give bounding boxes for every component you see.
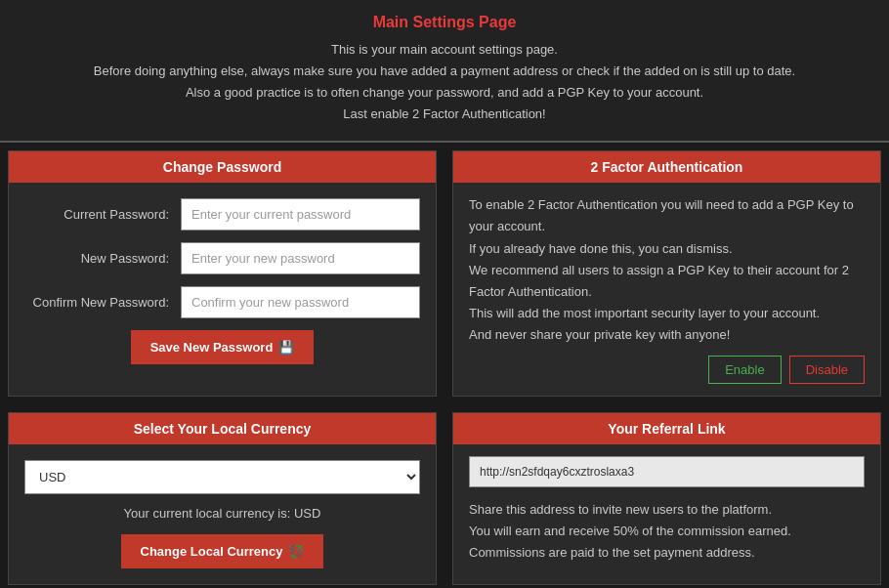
header-section: Main Settings Page This is your main acc… [0, 0, 889, 143]
confirm-password-row: Confirm New Password: [24, 286, 420, 318]
save-password-btn-container: Save New Password 💾 [24, 330, 420, 364]
referral-line1: Share this address to invite new users t… [469, 499, 865, 521]
twofa-panel: 2 Factor Authentication To enable 2 Fact… [452, 150, 881, 397]
change-password-header: Change Password [9, 151, 436, 183]
header-line1: This is your main account settings page. [20, 39, 869, 61]
currency-panel: Select Your Local Currency USD EUR GBP B… [8, 412, 437, 585]
new-password-row: New Password: [24, 242, 420, 274]
twofa-line1: To enable 2 Factor Authentication you wi… [469, 194, 865, 237]
new-password-input[interactable] [181, 242, 420, 274]
current-password-input[interactable] [181, 198, 420, 231]
change-password-body: Current Password: New Password: Confirm … [9, 183, 436, 380]
twofa-disable-button[interactable]: Disable [789, 356, 865, 384]
referral-panel: Your Referral Link Share this address to… [452, 412, 881, 585]
header-line3: Also a good practice is to often change … [20, 82, 869, 104]
new-password-label: New Password: [24, 251, 181, 266]
confirm-password-input[interactable] [181, 286, 420, 318]
referral-link-input[interactable] [469, 456, 865, 487]
referral-line3: Commissions are paid to the set payment … [469, 542, 865, 564]
current-password-row: Current Password: [24, 198, 420, 231]
current-password-label: Current Password: [24, 207, 181, 222]
twofa-header: 2 Factor Authentication [453, 151, 880, 183]
twofa-enable-button[interactable]: Enable [708, 356, 781, 384]
currency-header: Select Your Local Currency [9, 413, 436, 444]
currency-info-prefix: Your current local currency is: [124, 506, 294, 521]
header-line2: Before doing anything else, always make … [20, 61, 869, 82]
twofa-line4: This will add the most important securit… [469, 303, 865, 324]
change-currency-label: Change Local Currency [141, 544, 283, 559]
change-password-panel: Change Password Current Password: New Pa… [8, 150, 437, 397]
confirm-password-label: Confirm New Password: [24, 295, 181, 310]
main-grid: Change Password Current Password: New Pa… [0, 143, 889, 588]
save-icon: 💾 [278, 340, 294, 355]
save-password-label: Save New Password [150, 340, 274, 355]
change-currency-btn-container: Change Local Currency 💱 [24, 534, 420, 568]
currency-body: USD EUR GBP BTC ETH Your current local c… [9, 444, 436, 584]
referral-header: Your Referral Link [453, 413, 880, 444]
currency-info-value: USD [294, 506, 320, 521]
referral-line2: You will earn and receive 50% of the com… [469, 521, 865, 542]
twofa-line5: And never share your private key with an… [469, 324, 865, 346]
header-line4: Last enable 2 Factor Authentication! [20, 104, 869, 125]
save-password-button[interactable]: Save New Password 💾 [131, 330, 315, 364]
header-desc: This is your main account settings page.… [20, 39, 869, 125]
currency-icon: 💱 [288, 544, 304, 559]
page-title: Main Settings Page [20, 14, 869, 31]
twofa-btn-row: Enable Disable [469, 356, 865, 384]
twofa-line3: We recommend all users to assign a PGP K… [469, 260, 865, 303]
currency-select[interactable]: USD EUR GBP BTC ETH [24, 460, 420, 494]
currency-info: Your current local currency is: USD [24, 506, 420, 521]
twofa-line2: If you already have done this, you can d… [469, 238, 865, 260]
change-currency-button[interactable]: Change Local Currency 💱 [121, 534, 324, 568]
twofa-body: To enable 2 Factor Authentication you wi… [453, 183, 880, 396]
referral-body: Share this address to invite new users t… [453, 444, 880, 575]
